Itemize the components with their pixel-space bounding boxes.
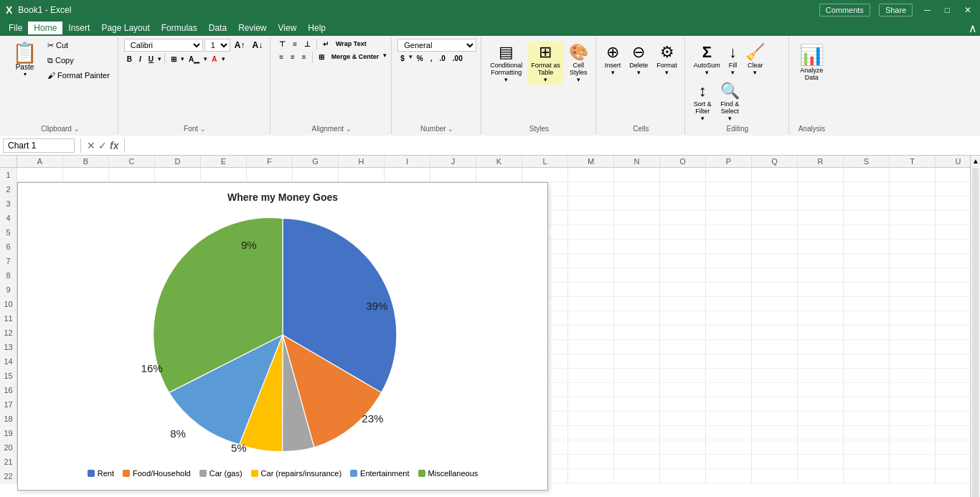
cell-18-17[interactable]: [798, 412, 844, 426]
cell-15-17[interactable]: [798, 369, 844, 383]
cell-22-13[interactable]: [614, 469, 660, 483]
cell-10-14[interactable]: [660, 297, 706, 311]
insert-dropdown-icon[interactable]: ▾: [611, 69, 615, 76]
cell-12-12[interactable]: [568, 326, 614, 340]
cell-16-18[interactable]: [844, 383, 890, 397]
cell-21-12[interactable]: [568, 455, 614, 469]
cell-1-20[interactable]: [936, 168, 970, 182]
cell-14-19[interactable]: [890, 354, 936, 369]
number-format-select[interactable]: General: [397, 39, 476, 52]
cell-17-20[interactable]: [936, 397, 970, 412]
cell-11-12[interactable]: [568, 311, 614, 326]
cell-17-15[interactable]: [706, 397, 752, 412]
cell-7-15[interactable]: [706, 254, 752, 268]
increase-decimal-button[interactable]: .0: [436, 53, 448, 64]
find-dropdown-icon[interactable]: ▾: [728, 115, 732, 122]
cell-11-18[interactable]: [844, 311, 890, 326]
cell-20-15[interactable]: [706, 440, 752, 455]
cell-15-20[interactable]: [936, 369, 970, 383]
cell-15-18[interactable]: [844, 369, 890, 383]
cell-3-16[interactable]: [752, 197, 798, 211]
cell-3-12[interactable]: [568, 197, 614, 211]
cell-18-16[interactable]: [752, 412, 798, 426]
cell-13-19[interactable]: [890, 340, 936, 354]
format-cells-button[interactable]: ⚙ Format ▾: [654, 42, 680, 77]
cell-8-15[interactable]: [706, 268, 752, 283]
cell-1-9[interactable]: [430, 168, 476, 182]
increase-font-button[interactable]: A↑: [232, 39, 248, 52]
cell-22-20[interactable]: [936, 469, 970, 483]
wrap-text-button[interactable]: ↵: [320, 39, 331, 50]
cell-1-3[interactable]: [155, 168, 201, 182]
cell-12-18[interactable]: [844, 326, 890, 340]
decrease-font-button[interactable]: A↓: [249, 39, 265, 52]
cell-1-12[interactable]: [568, 168, 614, 182]
menu-page-layout[interactable]: Page Layout: [95, 22, 155, 34]
cell-18-19[interactable]: [890, 412, 936, 426]
cell-10-12[interactable]: [568, 297, 614, 311]
cell-10-19[interactable]: [890, 297, 936, 311]
cell-12-13[interactable]: [614, 326, 660, 340]
cell-16-15[interactable]: [706, 383, 752, 397]
cell-7-19[interactable]: [890, 254, 936, 268]
cell-9-18[interactable]: [844, 283, 890, 297]
cell-21-14[interactable]: [660, 455, 706, 469]
cell-13-18[interactable]: [844, 340, 890, 354]
cell-10-17[interactable]: [798, 297, 844, 311]
menu-data[interactable]: Data: [203, 22, 232, 34]
cell-15-13[interactable]: [614, 369, 660, 383]
cell-7-20[interactable]: [936, 254, 970, 268]
cell-6-16[interactable]: [752, 240, 798, 254]
cell-5-16[interactable]: [752, 225, 798, 240]
cell-20-16[interactable]: [752, 440, 798, 455]
cancel-formula-button[interactable]: ✕: [87, 140, 95, 151]
cell-14-17[interactable]: [798, 354, 844, 369]
cell-17-17[interactable]: [798, 397, 844, 412]
cell-19-19[interactable]: [890, 426, 936, 440]
menu-file[interactable]: File: [3, 22, 28, 34]
close-icon[interactable]: ✕: [961, 5, 974, 15]
cell-16-13[interactable]: [614, 383, 660, 397]
italic-button[interactable]: I: [136, 54, 144, 65]
paste-button[interactable]: 📋 Paste ▾: [7, 41, 42, 80]
cell-21-18[interactable]: [844, 455, 890, 469]
cell-13-20[interactable]: [936, 340, 970, 354]
cell-22-12[interactable]: [568, 469, 614, 483]
cell-2-15[interactable]: [706, 182, 752, 197]
cell-11-16[interactable]: [752, 311, 798, 326]
cell-5-13[interactable]: [614, 225, 660, 240]
menu-insert[interactable]: Insert: [62, 22, 95, 34]
cell-21-17[interactable]: [798, 455, 844, 469]
cell-styles-button[interactable]: 🎨 CellStyles ▾: [566, 42, 591, 85]
cell-4-18[interactable]: [844, 211, 890, 225]
cell-6-18[interactable]: [844, 240, 890, 254]
chart-container[interactable]: Where my Money Goes: [17, 182, 548, 491]
cell-4-20[interactable]: [936, 211, 970, 225]
cell-6-17[interactable]: [798, 240, 844, 254]
cell-19-12[interactable]: [568, 426, 614, 440]
cell-20-20[interactable]: [936, 440, 970, 455]
font-size-select[interactable]: 11: [204, 39, 230, 52]
cell-7-14[interactable]: [660, 254, 706, 268]
cell-5-20[interactable]: [936, 225, 970, 240]
cell-12-17[interactable]: [798, 326, 844, 340]
cell-8-19[interactable]: [890, 268, 936, 283]
cell-22-18[interactable]: [844, 469, 890, 483]
cell-17-14[interactable]: [660, 397, 706, 412]
cell-21-13[interactable]: [614, 455, 660, 469]
align-bottom-button[interactable]: ⊥: [301, 39, 314, 50]
cell-11-13[interactable]: [614, 311, 660, 326]
cell-14-14[interactable]: [660, 354, 706, 369]
cell-17-19[interactable]: [890, 397, 936, 412]
cell-20-19[interactable]: [890, 440, 936, 455]
cell-14-16[interactable]: [752, 354, 798, 369]
cell-11-17[interactable]: [798, 311, 844, 326]
cell-9-13[interactable]: [614, 283, 660, 297]
conditional-formatting-button[interactable]: ▤ ConditionalFormatting ▾: [487, 42, 525, 85]
cell-12-20[interactable]: [936, 326, 970, 340]
cell-8-18[interactable]: [844, 268, 890, 283]
sort-dropdown-icon[interactable]: ▾: [701, 115, 705, 122]
cell-14-18[interactable]: [844, 354, 890, 369]
cell-8-16[interactable]: [752, 268, 798, 283]
cell-15-12[interactable]: [568, 369, 614, 383]
